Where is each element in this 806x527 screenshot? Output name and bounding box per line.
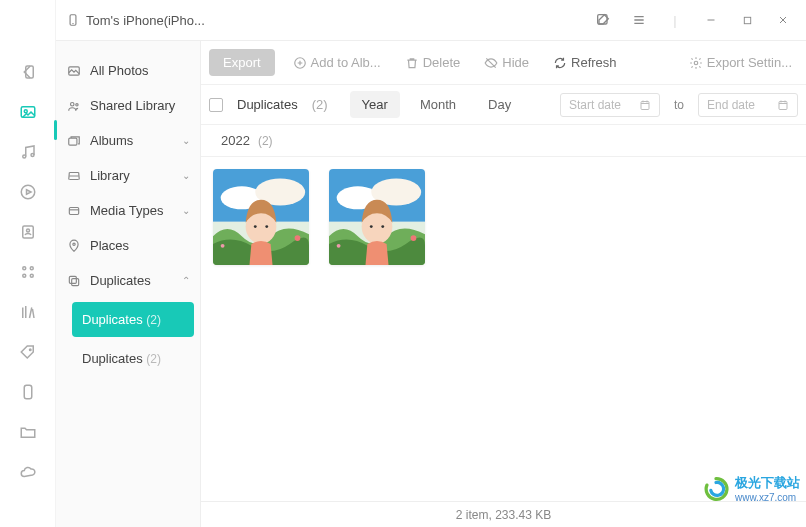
titlebar: Tom's iPhone(iPho... | xyxy=(56,0,806,40)
sidebar-duplicates-children: Duplicates (2) Duplicates (2) xyxy=(56,298,200,376)
albums-icon xyxy=(66,134,82,148)
right-panel: Export Add to Alb... Delete Hide Refresh xyxy=(201,41,806,527)
sidebar-item-places[interactable]: Places xyxy=(56,228,200,263)
sidebar-item-count: (2) xyxy=(146,352,161,366)
eye-off-icon xyxy=(484,56,498,70)
svg-point-26 xyxy=(694,61,698,65)
end-date-input[interactable]: End date xyxy=(698,93,798,117)
filter-count: (2) xyxy=(312,97,328,112)
group-count: (2) xyxy=(258,134,273,148)
button-label: Refresh xyxy=(571,55,617,70)
photos-icon[interactable] xyxy=(18,102,38,122)
svg-rect-20 xyxy=(69,138,77,145)
svg-point-5 xyxy=(21,185,35,199)
svg-point-2 xyxy=(24,110,27,113)
sidebar-item-label: All Photos xyxy=(90,63,149,78)
minimize-button[interactable] xyxy=(698,7,724,33)
sidebar-item-shared-library[interactable]: Shared Library xyxy=(56,88,200,123)
svg-point-12 xyxy=(29,349,31,351)
chevron-up-icon: ⌃ xyxy=(182,275,190,286)
svg-point-7 xyxy=(26,229,29,232)
plus-circle-icon xyxy=(293,56,307,70)
storage-icon[interactable] xyxy=(18,382,38,402)
sidebar-item-all-photos[interactable]: All Photos xyxy=(56,53,200,88)
svg-point-19 xyxy=(76,103,78,105)
sidebar-item-duplicates-group-active[interactable]: Duplicates (2) xyxy=(72,302,194,337)
group-year: 2022 xyxy=(221,133,250,148)
places-icon xyxy=(66,239,82,253)
svg-point-43 xyxy=(370,225,373,228)
sidebar-item-label: Library xyxy=(90,168,130,183)
button-label: Delete xyxy=(423,55,461,70)
files-icon[interactable] xyxy=(18,422,38,442)
tags-icon[interactable] xyxy=(18,342,38,362)
menu-icon[interactable] xyxy=(626,7,652,33)
svg-rect-23 xyxy=(69,276,76,283)
seg-label: Year xyxy=(362,97,388,112)
sidebar-item-media-types[interactable]: Media Types ⌄ xyxy=(56,193,200,228)
contacts-icon[interactable] xyxy=(18,222,38,242)
device-selector[interactable]: Tom's iPhone(iPho... xyxy=(66,13,582,28)
chevron-down-icon: ⌄ xyxy=(182,205,190,216)
media-types-icon xyxy=(66,204,82,218)
books-icon[interactable] xyxy=(18,302,38,322)
hide-button[interactable]: Hide xyxy=(478,51,535,74)
add-to-album-button[interactable]: Add to Alb... xyxy=(287,51,387,74)
photo-thumbnail[interactable] xyxy=(213,169,309,265)
back-icon[interactable] xyxy=(18,62,38,82)
trash-icon xyxy=(405,56,419,70)
delete-button[interactable]: Delete xyxy=(399,51,467,74)
refresh-button[interactable]: Refresh xyxy=(547,51,623,74)
close-button[interactable] xyxy=(770,7,796,33)
date-placeholder: End date xyxy=(707,98,755,112)
icloud-icon[interactable] xyxy=(18,462,38,482)
svg-point-37 xyxy=(221,244,225,248)
date-placeholder: Start date xyxy=(569,98,621,112)
seg-day[interactable]: Day xyxy=(476,91,523,118)
edit-icon[interactable] xyxy=(590,7,616,33)
svg-rect-21 xyxy=(69,207,78,214)
icon-rail xyxy=(0,0,56,527)
status-bar: 2 item, 233.43 KB xyxy=(201,501,806,527)
select-all-checkbox[interactable] xyxy=(209,98,223,112)
button-label: Hide xyxy=(502,55,529,70)
illustration-girl xyxy=(213,169,309,265)
toolbar: Export Add to Alb... Delete Hide Refresh xyxy=(201,41,806,85)
sidebar-item-label: Media Types xyxy=(90,203,163,218)
seg-year[interactable]: Year xyxy=(350,91,400,118)
calendar-icon xyxy=(639,99,651,111)
refresh-icon xyxy=(553,56,567,70)
sidebar-item-duplicates[interactable]: Duplicates ⌃ xyxy=(56,263,200,298)
svg-point-44 xyxy=(381,225,384,228)
sidebar-item-albums[interactable]: Albums ⌄ xyxy=(56,123,200,158)
video-icon[interactable] xyxy=(18,182,38,202)
all-photos-icon xyxy=(66,64,82,78)
sidebar-item-duplicates-group[interactable]: Duplicates (2) xyxy=(72,341,200,376)
seg-month[interactable]: Month xyxy=(408,91,468,118)
svg-point-8 xyxy=(22,267,25,270)
sidebar-item-label: Albums xyxy=(90,133,133,148)
chevron-down-icon: ⌄ xyxy=(182,135,190,146)
thumbnail-grid xyxy=(201,157,806,501)
main-area: Tom's iPhone(iPho... | xyxy=(56,0,806,527)
year-group-header[interactable]: 2022 (2) xyxy=(201,125,806,157)
export-button[interactable]: Export xyxy=(209,49,275,76)
music-icon[interactable] xyxy=(18,142,38,162)
rail-active-indicator xyxy=(54,120,57,140)
maximize-button[interactable] xyxy=(734,7,760,33)
svg-point-3 xyxy=(22,155,25,158)
svg-point-46 xyxy=(337,244,341,248)
status-text: 2 item, 233.43 KB xyxy=(456,508,551,522)
apps-icon[interactable] xyxy=(18,262,38,282)
sidebar-item-label: Duplicates xyxy=(82,351,143,366)
sidebar-item-label: Duplicates xyxy=(82,312,143,327)
photo-thumbnail[interactable] xyxy=(329,169,425,265)
start-date-input[interactable]: Start date xyxy=(560,93,660,117)
export-settings-button[interactable]: Export Settin... xyxy=(683,51,798,74)
button-label: Add to Alb... xyxy=(311,55,381,70)
sidebar-item-library[interactable]: Library ⌄ xyxy=(56,158,200,193)
duplicates-icon xyxy=(66,274,82,288)
svg-point-9 xyxy=(30,267,33,270)
sidebar-item-label: Duplicates xyxy=(90,273,151,288)
device-name: Tom's iPhone(iPho... xyxy=(86,13,205,28)
